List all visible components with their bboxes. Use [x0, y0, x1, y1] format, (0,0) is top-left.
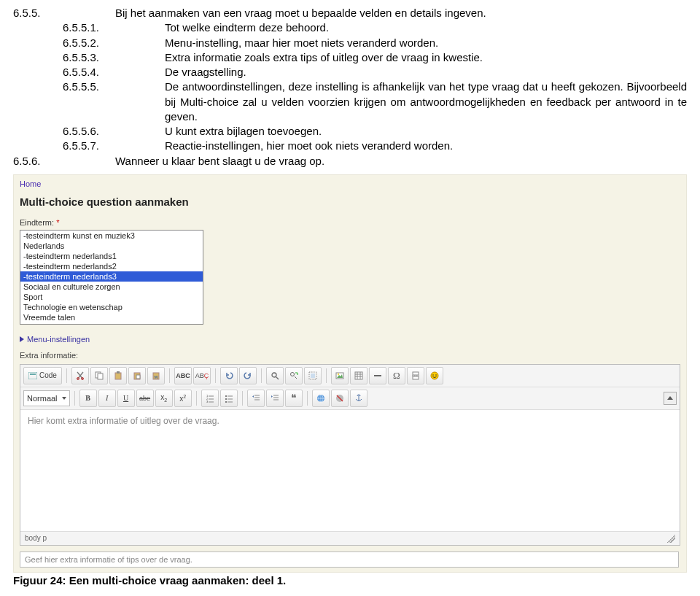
hr-icon[interactable]	[369, 367, 386, 384]
toolbar-separator	[66, 368, 67, 383]
paste-icon[interactable]	[109, 367, 127, 384]
toolbar-collapse-button[interactable]	[664, 392, 677, 405]
bold-button[interactable]: B	[79, 390, 97, 407]
svg-point-29	[431, 372, 438, 379]
specialchar-icon[interactable]: Ω	[388, 367, 405, 384]
menu-instellingen-toggle[interactable]: Menu-instellingen	[20, 335, 680, 344]
paste-text-icon[interactable]	[128, 367, 146, 384]
svg-line-13	[276, 377, 279, 379]
extra-informatie-label: Extra informatie:	[20, 351, 680, 360]
link-button[interactable]	[312, 390, 330, 407]
svg-marker-47	[252, 395, 254, 398]
source-code-label: Code	[39, 371, 57, 379]
blockquote-button[interactable]: ❝	[285, 390, 303, 407]
subscript-button[interactable]: x2	[155, 390, 173, 407]
italic-button[interactable]: I	[98, 390, 116, 407]
list-text: Menu-instelling, maar hier moet niets ve…	[165, 36, 687, 50]
list-num: 6.5.5.3.	[38, 50, 165, 65]
paste-word-icon[interactable]: W	[147, 367, 165, 384]
toolbar-separator	[242, 391, 243, 406]
unlink-button[interactable]	[331, 390, 349, 407]
toolbar-separator	[261, 368, 262, 383]
eindterm-listbox[interactable]: -testeindterm kunst en muziek3 Nederland…	[20, 230, 203, 325]
style-select-value: Normaal	[27, 394, 58, 403]
superscript-button[interactable]: x2	[174, 390, 192, 407]
underline-button[interactable]: U	[117, 390, 135, 407]
list-item[interactable]: -testeindterm nederlands2	[20, 261, 203, 271]
svg-point-30	[432, 374, 434, 376]
svg-rect-7	[117, 371, 120, 374]
list-item[interactable]: Sociaal en culturele zorgen	[20, 282, 203, 292]
list-text: Bij het aanmaken van een vraag moet u be…	[115, 6, 687, 20]
extra-info-hint-input[interactable]	[20, 552, 679, 568]
redo-icon[interactable]	[239, 367, 257, 384]
smiley-icon[interactable]	[426, 367, 443, 384]
list-item[interactable]: Nederlands	[20, 241, 203, 251]
undo-icon[interactable]	[220, 367, 238, 384]
strike-button[interactable]: abe	[136, 390, 154, 407]
list-item[interactable]: -testeindterm nederlands1	[20, 251, 203, 261]
svg-point-14	[290, 372, 294, 376]
editor-content-area[interactable]: Hier komt extra informatie of uitleg ove…	[20, 410, 680, 531]
breadcrumb-home[interactable]: Home	[20, 179, 680, 188]
copy-icon[interactable]	[90, 367, 108, 384]
list-item[interactable]: Sport	[20, 292, 203, 302]
image-icon[interactable]	[331, 367, 349, 384]
svg-rect-6	[115, 373, 121, 379]
toolbar-separator	[169, 368, 170, 383]
find-icon[interactable]	[266, 367, 284, 384]
svg-rect-20	[355, 372, 362, 379]
indent-button[interactable]	[266, 390, 284, 407]
list-item[interactable]: -testeindterm kunst en muziek3	[20, 231, 203, 241]
bullet-list-button[interactable]	[220, 390, 238, 407]
doc-instruction-block: 6.5.5. Bij het aanmaken van een vraag mo…	[0, 0, 700, 171]
editor-toolbar-row2: Normaal B I U abe x2 x2 123 ❝	[20, 387, 680, 410]
eindterm-label: Eindterm: *	[20, 218, 680, 227]
list-num: 6.5.5.1.	[38, 20, 165, 35]
page-title: Multi-choice question aanmaken	[20, 196, 680, 208]
list-num: 6.5.5.6.	[38, 124, 165, 139]
figure-caption: Figuur 24: Een multi-choice vraag aanmak…	[0, 573, 700, 594]
table-icon[interactable]	[350, 367, 368, 384]
list-text: Reactie-instellingen, hier moet ook niet…	[165, 139, 687, 153]
resize-grip-icon[interactable]	[666, 534, 675, 543]
toolbar-separator	[215, 368, 216, 383]
app-screenshot-panel: Home Multi-choice question aanmaken Eind…	[13, 174, 687, 573]
svg-rect-0	[28, 372, 37, 379]
replace-icon[interactable]	[285, 367, 303, 384]
svg-point-38	[225, 395, 227, 397]
toolbar-separator	[74, 391, 75, 406]
pagebreak-icon[interactable]	[407, 367, 424, 384]
spellcheck-toggle-icon[interactable]: ABÇ	[193, 367, 211, 384]
svg-rect-28	[413, 376, 419, 379]
outdent-button[interactable]	[247, 390, 265, 407]
eindterm-label-text: Eindterm:	[20, 218, 54, 227]
numbered-list-button[interactable]: 123	[201, 390, 219, 407]
triangle-right-icon	[20, 336, 24, 342]
svg-point-19	[338, 374, 339, 375]
paragraph-style-select[interactable]: Normaal	[23, 390, 70, 406]
editor-toolbar-row1: Code W ABC ABÇ	[20, 365, 680, 387]
svg-point-12	[272, 373, 276, 377]
spellcheck-icon[interactable]: ABC	[174, 367, 192, 384]
toolbar-separator	[307, 391, 308, 406]
source-code-button[interactable]: Code	[23, 367, 62, 384]
list-text: U kunt extra bijlagen toevoegen.	[165, 124, 687, 139]
selectall-icon[interactable]	[304, 367, 322, 384]
list-item-selected[interactable]: -testeindterm nederlands3	[20, 271, 203, 282]
anchor-button[interactable]	[350, 390, 368, 407]
cut-icon[interactable]	[71, 367, 89, 384]
list-text: Extra informatie zoals extra tips of uit…	[165, 50, 687, 65]
list-num: 6.5.6.	[13, 154, 115, 169]
svg-point-31	[435, 374, 437, 376]
list-text: De antwoordinstellingen, deze instelling…	[165, 80, 687, 124]
list-item[interactable]: Technologie en wetenschap	[20, 302, 203, 312]
list-num: 6.5.5.2.	[38, 36, 165, 50]
svg-rect-1	[30, 374, 36, 375]
list-num: 6.5.5.5.	[38, 80, 165, 124]
required-asterisk: *	[56, 218, 59, 227]
list-item[interactable]: Vreemde talen	[20, 312, 203, 322]
list-text: De vraagstelling.	[165, 65, 687, 80]
triangle-up-icon	[667, 396, 673, 400]
list-num: 6.5.5.7.	[38, 139, 165, 153]
